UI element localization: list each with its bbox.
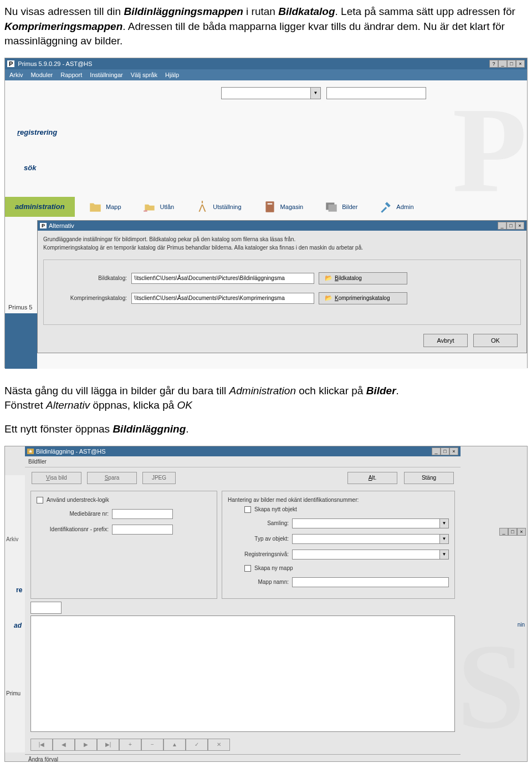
left-panel: Använd understreck-logik Mediebärare nr:… <box>30 491 217 599</box>
small-index-input[interactable] <box>30 602 62 614</box>
spara-button[interactable]: Spara <box>87 472 137 484</box>
star-icon: ★ <box>27 449 34 454</box>
sidebar-administration[interactable]: administration <box>5 197 75 217</box>
alt-button[interactable]: Alt. <box>347 472 397 484</box>
samling-select[interactable]: ▼ <box>292 518 449 528</box>
bg-window-controls: _□× <box>499 528 526 536</box>
skapa-mapp-label: Skapa ny mapp <box>254 565 293 571</box>
toolbar-bilder[interactable]: Bilder <box>324 200 357 214</box>
blue-sidebar-bottom <box>5 313 37 369</box>
skapa-nytt-label: Skapa nytt objekt <box>254 506 297 512</box>
chevron-down-icon: ▼ <box>310 88 320 99</box>
toolbar-utlan[interactable]: Utlån <box>142 200 175 214</box>
screenshot-bildinlaggning: S Arkiv re ad Primu nin _□× ★ Bildinlägg… <box>4 446 528 762</box>
top-textbox[interactable] <box>326 87 426 99</box>
inner-minimize-button[interactable]: _ <box>432 447 441 455</box>
bg-sidebar <box>5 475 25 752</box>
bg-r-label: re <box>16 586 22 594</box>
inner-maximize-button[interactable]: □ <box>441 447 449 455</box>
bildkatalog-button[interactable]: 📂 Bildkatalog <box>319 272 407 284</box>
dialog-minimize-button[interactable]: _ <box>498 222 507 230</box>
maximize-button[interactable]: □ <box>507 60 516 68</box>
nav-check-button[interactable]: ✓ <box>186 739 208 751</box>
minimize-button[interactable]: _ <box>498 60 507 68</box>
understreck-checkbox[interactable] <box>37 497 43 503</box>
menu-moduler[interactable]: Moduler <box>30 72 53 78</box>
dialog-titlebar: P Alternativ _ □ × <box>38 221 526 231</box>
menu-valj-sprak[interactable]: Välj språk <box>131 72 157 78</box>
doc-paragraph-1: Nu visas adressen till din Bildinläggnin… <box>4 4 528 49</box>
tools-icon <box>378 200 393 214</box>
nav-first-button[interactable]: |◀ <box>30 739 53 751</box>
nav-prev-button[interactable]: ◀ <box>53 739 75 751</box>
regniva-select[interactable]: ▼ <box>292 550 449 559</box>
stang-button[interactable]: Stäng <box>404 472 454 484</box>
jpeg-button[interactable]: JPEG <box>142 472 176 484</box>
nav-last-button[interactable]: ▶| <box>97 739 119 751</box>
mediebararenr-input[interactable] <box>112 509 173 519</box>
menubar: Arkiv Moduler Rapport Inställningar Välj… <box>5 69 527 80</box>
menu-hjalp[interactable]: Hjälp <box>165 72 179 78</box>
dialog-maximize-button[interactable]: □ <box>507 222 515 230</box>
idprefix-input[interactable] <box>112 525 173 535</box>
typ-select[interactable]: ▼ <box>292 534 449 544</box>
idprefix-label: Identifikationsnr - prefix: <box>37 526 109 532</box>
bildkatalog-input[interactable]: \\tsclient\C\Users\Åsa\Documents\Picture… <box>131 273 314 284</box>
inner-menu-bildfiler[interactable]: Bildfiler <box>25 456 461 467</box>
sidebar-registrering[interactable]: registrering <box>17 128 57 136</box>
app-p-icon: P <box>40 223 47 228</box>
top-combo[interactable]: ▼ <box>221 87 321 99</box>
nav-bar: |◀ ◀ ▶ ▶| + − ▲ ✓ ✕ <box>25 735 461 754</box>
dialog-close-button[interactable]: × <box>515 222 524 230</box>
komprimeringskatalog-label: Komprimeringskatalog: <box>49 295 127 301</box>
bg-primu-label: Primu <box>6 690 21 696</box>
toolbar-mapp[interactable]: Mapp <box>88 200 121 214</box>
menu-arkiv[interactable]: Arkiv <box>9 72 23 78</box>
toolbar-utstallning[interactable]: Utställning <box>195 200 241 214</box>
skapa-nytt-checkbox[interactable] <box>244 506 251 513</box>
dialog-description: Grundläggande inställningar för bildimpo… <box>38 231 526 256</box>
mappnamn-label: Mapp namn: <box>228 579 289 585</box>
komprimeringskatalog-input[interactable]: \\tsclient\C\Users\Åsa\Documents\Picture… <box>131 293 314 304</box>
skapa-mapp-checkbox[interactable] <box>244 565 251 572</box>
help-button[interactable]: ? <box>489 60 498 68</box>
svg-rect-1 <box>267 203 272 204</box>
close-button[interactable]: × <box>516 60 525 68</box>
screenshot-primus-alternativ: P Primus 5.9.0.29 - AST@HS ? _ □ × Arkiv… <box>4 58 528 368</box>
mappnamn-input[interactable] <box>292 577 449 587</box>
nav-up-button[interactable]: ▲ <box>163 739 186 751</box>
nav-next-button[interactable]: ▶ <box>75 739 97 751</box>
toolbar-admin[interactable]: Admin <box>378 200 413 214</box>
avbryt-button[interactable]: Avbryt <box>423 334 468 347</box>
visa-bild-button[interactable]: Visa bild <box>32 472 81 484</box>
mediebararenr-label: Mediebärare nr: <box>37 511 109 517</box>
folder-search-icon: 📂 <box>325 294 332 302</box>
nav-cancel-button[interactable]: ✕ <box>208 739 230 751</box>
hand-folder-icon <box>142 200 157 214</box>
typ-label: Typ av objekt: <box>228 536 289 542</box>
doc-paragraph-2: Nästa gång du vill lägga in bilder går d… <box>4 384 528 413</box>
samling-label: Samling: <box>228 520 289 526</box>
toolbar-magasin[interactable]: Magasin <box>263 200 304 214</box>
doc-paragraph-4: Ett nytt fönster öppnas Bildinläggning. <box>4 422 528 437</box>
komprimeringskatalog-button[interactable]: 📂 Komprimeringskatalog <box>319 292 407 304</box>
nav-minus-button[interactable]: − <box>141 739 163 751</box>
nav-plus-button[interactable]: + <box>119 739 141 751</box>
svg-rect-0 <box>265 201 274 212</box>
menu-installningar[interactable]: Inställningar <box>90 72 122 78</box>
menu-rapport[interactable]: Rapport <box>60 72 82 78</box>
sidebar-sok[interactable]: sök <box>24 164 36 172</box>
understreck-label: Använd understreck-logik <box>47 497 109 503</box>
right-panel-header: Hantering av bilder med okänt identifika… <box>228 497 449 503</box>
svg-rect-3 <box>329 204 337 211</box>
bg-arkiv-label: Arkiv <box>6 536 18 542</box>
andra-forval-label[interactable]: Ändra förval <box>25 754 461 762</box>
inner-close-button[interactable]: × <box>449 447 458 455</box>
app-p-icon: P <box>7 60 14 67</box>
main-list-area[interactable] <box>30 616 455 732</box>
ok-button[interactable]: OK <box>473 334 518 347</box>
chevron-down-icon: ▼ <box>439 519 448 528</box>
watermark-s: S <box>457 617 525 757</box>
bg-a-label: ad <box>14 622 22 629</box>
chevron-down-icon: ▼ <box>439 535 448 543</box>
